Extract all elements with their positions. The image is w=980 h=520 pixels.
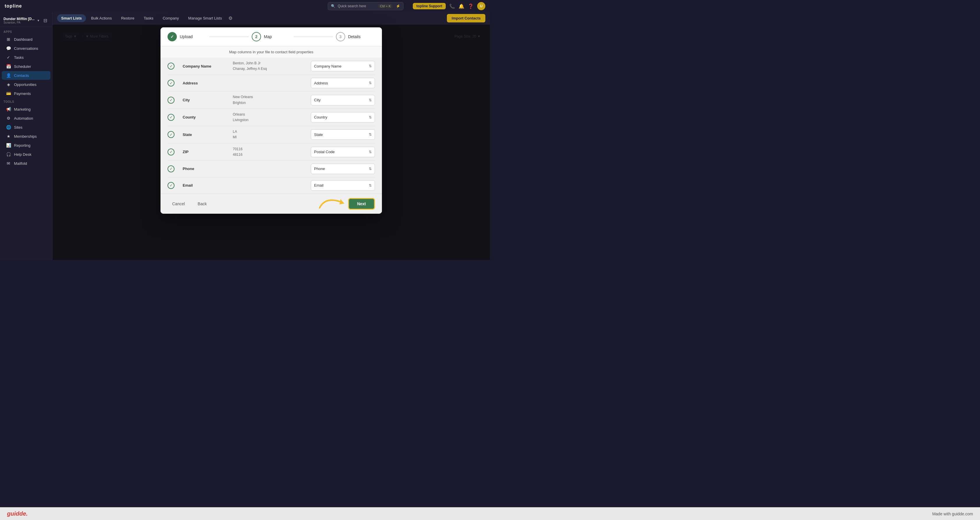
support-button[interactable]: topline Support <box>413 3 446 10</box>
sidebar-label-mailfold: Mailfold <box>14 161 27 166</box>
step-map-label: Map <box>264 34 272 39</box>
check-address: ✓ <box>167 79 175 86</box>
map-table: ✓ Company Name Benton, John B Jr Chanay,… <box>161 58 382 193</box>
table-row: ✓ Company Name Benton, John B Jr Chanay,… <box>167 58 375 75</box>
import-contacts-button[interactable]: Import Contacts <box>447 14 485 22</box>
select-postal-code[interactable]: Postal Code ⇅ <box>311 147 375 157</box>
preview-zip: 70116 48116 <box>233 146 307 157</box>
sidebar-item-payments[interactable]: 💳 Payments <box>2 89 50 98</box>
sidebar-label-payments: Payments <box>14 92 31 96</box>
select-city[interactable]: City ⇅ <box>311 95 375 105</box>
search-bar[interactable]: 🔍 Quick search here Ctrl + K ⚡ <box>328 2 404 10</box>
step-details: 3 Details <box>336 32 375 41</box>
sidebar-label-contacts: Contacts <box>14 73 29 78</box>
top-nav: topline 🔍 Quick search here Ctrl + K ⚡ t… <box>0 0 490 12</box>
org-name: Dunder Mifflin [D... <box>3 17 35 21</box>
subnav-restore[interactable]: Restore <box>117 14 138 22</box>
conversations-icon: 💬 <box>6 46 11 51</box>
preview-county: Orleans Livingston <box>233 112 307 123</box>
sidebar-label-dashboard: Dashboard <box>14 37 33 42</box>
payments-icon: 💳 <box>6 91 11 96</box>
select-country[interactable]: Country ⇅ <box>311 112 375 122</box>
table-row: ✓ City New Orleans Brighton City ⇅ <box>167 92 375 109</box>
select-email[interactable]: Email ⇅ <box>311 180 375 191</box>
subnav-smart-lists[interactable]: Smart Lists <box>57 14 86 22</box>
field-company-name: Company Name <box>183 64 229 68</box>
chevron-down-icon: ▼ <box>37 19 40 22</box>
sidebar-item-marketing[interactable]: 📢 Marketing <box>2 105 50 114</box>
steps-header: ✓ Upload 2 Map 3 Details <box>161 27 382 46</box>
cancel-button[interactable]: Cancel <box>167 199 190 208</box>
footer-left: Cancel Back <box>167 199 212 208</box>
subnav-tasks[interactable]: Tasks <box>140 14 158 22</box>
subnav-bulk-actions[interactable]: Bulk Actions <box>87 14 116 22</box>
sidebar-label-marketing: Marketing <box>14 107 30 111</box>
sidebar-label-helpdesk: Help Desk <box>14 152 32 157</box>
automation-icon: ⚙ <box>6 116 11 120</box>
field-state: State <box>183 133 229 137</box>
opportunities-icon: ◈ <box>6 82 11 87</box>
next-button[interactable]: Next <box>348 198 375 209</box>
apps-section-label: Apps <box>0 29 52 35</box>
back-button[interactable]: Back <box>193 199 212 208</box>
select-arrow-icon: ⇅ <box>369 150 372 154</box>
table-row: ✓ County Orleans Livingston Country ⇅ <box>167 109 375 126</box>
modal-footer: Cancel Back Next <box>161 193 382 214</box>
select-state[interactable]: State ⇅ <box>311 129 375 140</box>
sidebar-item-scheduler[interactable]: 📅 Scheduler <box>2 62 50 71</box>
memberships-icon: ★ <box>6 134 11 139</box>
sidebar-item-sites[interactable]: 🌐 Sites <box>2 123 50 132</box>
sidebar-item-opportunities[interactable]: ◈ Opportunities <box>2 80 50 89</box>
sidebar-label-conversations: Conversations <box>14 46 38 51</box>
sidebar-item-memberships[interactable]: ★ Memberships <box>2 132 50 141</box>
help-icon[interactable]: ❓ <box>468 3 474 9</box>
check-zip: ✓ <box>167 149 175 155</box>
check-company-name: ✓ <box>167 63 175 70</box>
field-zip: ZIP <box>183 150 229 154</box>
sidebar-item-dashboard[interactable]: ⊞ Dashboard <box>2 35 50 44</box>
layout-icon: ⊟ <box>43 18 47 23</box>
main-layout: Dunder Mifflin [D... Scranton, PA ▼ ⊟ Ap… <box>0 12 490 260</box>
sidebar-item-tasks[interactable]: ✓ Tasks <box>2 53 50 62</box>
bell-icon[interactable]: 🔔 <box>458 3 465 9</box>
table-row: ✓ Phone Phone ⇅ <box>167 161 375 177</box>
field-county: County <box>183 115 229 119</box>
sidebar-item-automation[interactable]: ⚙ Automation <box>2 114 50 122</box>
sub-nav: Smart Lists Bulk Actions Restore Tasks C… <box>52 12 490 24</box>
scheduler-icon: 📅 <box>6 64 11 69</box>
modal-overlay: ✓ Upload 2 Map 3 Details <box>52 24 490 260</box>
select-company-name[interactable]: Company Name ⇅ <box>311 61 375 71</box>
search-icon: 🔍 <box>331 4 335 8</box>
step-map: 2 Map <box>252 32 291 41</box>
sidebar-item-helpdesk[interactable]: 🎧 Help Desk <box>2 150 50 159</box>
modal-subtitle: Map columns in your file to contact fiel… <box>161 46 382 58</box>
check-email: ✓ <box>167 182 175 189</box>
step-upload-label: Upload <box>180 34 192 39</box>
sidebar-label-automation: Automation <box>14 116 33 120</box>
sidebar-label-reporting: Reporting <box>14 143 30 147</box>
step-details-circle: 3 <box>336 32 345 41</box>
sidebar-item-contacts[interactable]: 👤 Contacts <box>2 71 50 80</box>
table-row: ✓ Email Email ⇅ <box>167 177 375 193</box>
select-phone[interactable]: Phone ⇅ <box>311 163 375 174</box>
sidebar-item-mailfold[interactable]: ✉ Mailfold <box>2 159 50 168</box>
avatar[interactable]: U <box>477 2 485 10</box>
phone-icon[interactable]: 📞 <box>449 3 455 9</box>
check-phone: ✓ <box>167 165 175 172</box>
helpdesk-icon: 🎧 <box>6 152 11 157</box>
select-arrow-icon: ⇅ <box>369 184 372 187</box>
field-email: Email <box>183 183 229 187</box>
settings-icon[interactable]: ⚙ <box>228 16 232 21</box>
check-state: ✓ <box>167 131 175 138</box>
org-header[interactable]: Dunder Mifflin [D... Scranton, PA ▼ ⊟ <box>0 14 52 27</box>
step-details-label: Details <box>348 34 361 39</box>
nav-icons: topline Support 📞 🔔 ❓ U <box>413 2 485 10</box>
sidebar-item-reporting[interactable]: 📊 Reporting <box>2 141 50 150</box>
subnav-company[interactable]: Company <box>159 14 183 22</box>
app-logo: topline <box>5 3 22 9</box>
sites-icon: 🌐 <box>6 125 11 130</box>
select-address[interactable]: Address ⇅ <box>311 78 375 88</box>
subnav-manage-smart-lists[interactable]: Manage Smart Lists <box>184 14 226 22</box>
preview-city: New Orleans Brighton <box>233 94 307 105</box>
sidebar-item-conversations[interactable]: 💬 Conversations <box>2 44 50 53</box>
